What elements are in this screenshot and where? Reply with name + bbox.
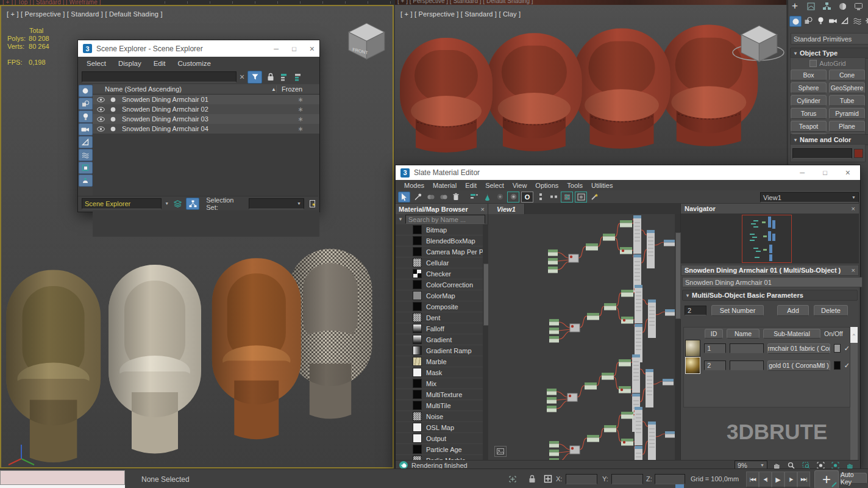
menu-options[interactable]: Options [535, 182, 558, 189]
filter-geometry-icon[interactable] [79, 85, 93, 97]
map-list-item[interactable]: Composite [396, 301, 483, 312]
onoff-checkbox[interactable]: ✓ [844, 345, 850, 353]
primitive-category-dropdown[interactable]: Standard Primitives [791, 33, 868, 45]
render-map-icon[interactable] [589, 192, 600, 202]
map-list-item[interactable]: Camera Map Per Pixel [396, 246, 483, 257]
menu-display[interactable]: Display [118, 60, 141, 67]
primitive-button[interactable]: Plane [829, 121, 865, 132]
add-button[interactable]: Add [777, 305, 809, 316]
primitive-button[interactable]: Cylinder [791, 95, 827, 106]
submaterial-button[interactable]: gold 01 ( CoronaMtl ) [767, 361, 830, 371]
helpers-category-icon[interactable] [839, 16, 850, 26]
spacewarps-category-icon[interactable] [852, 16, 863, 26]
menu-edit[interactable]: Edit [465, 182, 477, 189]
show-children-icon[interactable] [469, 192, 480, 202]
navigator-view-rect[interactable] [742, 215, 792, 263]
scene-explorer-titlebar[interactable]: 3 Scene Explorer - Scene Explorer ─ □ × [78, 40, 319, 57]
menu-edit[interactable]: Edit [154, 60, 166, 67]
close-panel-icon[interactable]: × [852, 205, 859, 212]
go-to-start-button[interactable]: |◀◀ [746, 472, 759, 487]
lights-category-icon[interactable] [815, 16, 826, 26]
object-name[interactable]: Snowden Dining Armchair 03 [117, 115, 282, 123]
shapes-category-icon[interactable] [803, 16, 814, 26]
geometry-category-icon[interactable] [789, 16, 802, 27]
map-list-item[interactable]: Output [396, 433, 483, 444]
map-list-item[interactable]: ColorCorrection [396, 279, 483, 290]
submaterial-color-swatch[interactable] [834, 361, 841, 370]
object-name[interactable]: Snowden Dining Armchair 04 [117, 125, 282, 132]
table-header-row[interactable]: Name (Sorted Ascending) ▲ Frozen [93, 84, 319, 95]
layers-icon[interactable] [172, 199, 183, 209]
previous-frame-button[interactable]: ◀|| [759, 472, 772, 487]
frozen-toggle-icon[interactable]: ∗ [282, 106, 319, 113]
map-list-item[interactable]: MultiTexture [396, 389, 483, 400]
object-name-field[interactable] [792, 148, 852, 159]
canvas-image-icon[interactable] [494, 446, 507, 457]
material-count-field[interactable]: 2 [685, 306, 706, 315]
material-preview-swatch[interactable] [685, 340, 700, 357]
set-key-button[interactable]: + [814, 470, 839, 488]
expand-tree-icon[interactable] [279, 72, 290, 82]
map-list-item[interactable]: Gradient Ramp [396, 345, 483, 356]
submaterial-row[interactable]: 1 Armchair 01 fabric ( Coro ✓ [684, 340, 850, 357]
layout-vertical-icon[interactable] [535, 192, 546, 202]
table-row[interactable]: Snowden Dining Armchair 01 ∗ [93, 95, 319, 104]
modify-tab-icon[interactable] [805, 1, 816, 11]
id-column-button[interactable]: ID [705, 329, 723, 339]
filter-icon[interactable] [247, 71, 262, 84]
search-input[interactable] [82, 71, 237, 82]
submaterial-id-field[interactable]: 1 [704, 343, 725, 353]
map-list-item[interactable]: Mask [396, 367, 483, 378]
layout-horizontal-icon[interactable] [548, 192, 559, 202]
display-tab-icon[interactable] [853, 1, 864, 11]
object-name[interactable]: Snowden Dining Armchair 02 [117, 106, 282, 113]
visibility-eye-icon[interactable] [93, 124, 108, 134]
primitive-button[interactable]: Box [791, 70, 827, 81]
listener-white-strip[interactable] [0, 485, 125, 488]
map-list-item[interactable]: Noise [396, 411, 483, 422]
visibility-eye-icon[interactable] [93, 114, 108, 124]
scroll-up-thumb[interactable]: ^ [850, 327, 858, 343]
cameras-category-icon[interactable] [827, 16, 838, 26]
filter-containers-icon[interactable] [79, 162, 93, 174]
parameter-editor-toggle-icon[interactable] [561, 192, 573, 203]
selection-region-icon[interactable] [507, 474, 518, 484]
viewcube[interactable] [731, 23, 786, 71]
z-coordinate-field[interactable] [655, 474, 685, 484]
maximize-button[interactable]: □ [823, 169, 827, 176]
systems-category-icon[interactable] [864, 16, 868, 26]
create-tab-icon[interactable]: + [789, 1, 800, 11]
hierarchy-view-icon[interactable] [186, 198, 199, 210]
autogrid-checkbox[interactable] [809, 60, 817, 67]
selection-set-dropdown[interactable]: ▼ [249, 198, 304, 209]
frozen-toggle-icon[interactable]: ∗ [282, 115, 319, 123]
map-list-item[interactable]: Mix [396, 378, 483, 389]
visibility-eye-icon[interactable] [93, 104, 108, 114]
submaterial-column-button[interactable]: Sub-Material [763, 329, 820, 339]
show-background-icon[interactable] [507, 192, 519, 203]
viewcube[interactable]: FRONT [343, 22, 391, 65]
filter-spacewarps-icon[interactable] [79, 149, 93, 161]
viewport-perspective-clay[interactable]: [ + ] [ Perspective ] [ Standard ] [ Cla… [395, 5, 786, 165]
menu-view[interactable]: View [513, 182, 527, 189]
material-preview-swatch[interactable] [685, 357, 700, 374]
primitive-button[interactable]: Teapot [791, 121, 827, 132]
filter-bones-icon[interactable] [79, 174, 93, 187]
maximize-button[interactable]: □ [292, 45, 296, 52]
close-panel-icon[interactable]: × [852, 267, 858, 274]
tab-view1[interactable]: View1 [488, 204, 525, 214]
x-coordinate-field[interactable] [566, 474, 597, 484]
close-button[interactable]: × [310, 44, 315, 54]
time-tag[interactable] [675, 484, 684, 488]
menu-select[interactable]: Select [87, 60, 106, 67]
map-list-item[interactable]: Perlin Marble [396, 455, 483, 460]
explorer-name-dropdown[interactable]: Scene Explorer [82, 198, 162, 209]
filter-shapes-icon[interactable] [79, 98, 93, 110]
map-list-item[interactable]: MultiTile [396, 400, 483, 411]
y-coordinate-field[interactable] [611, 474, 643, 484]
assign-to-selection-icon[interactable] [438, 192, 449, 202]
show-shaded-material-icon[interactable] [494, 192, 505, 202]
primitive-button[interactable]: Sphere [791, 82, 827, 93]
absolute-mode-icon[interactable] [542, 474, 553, 484]
map-list-item[interactable]: BlendedBoxMap [396, 235, 483, 246]
